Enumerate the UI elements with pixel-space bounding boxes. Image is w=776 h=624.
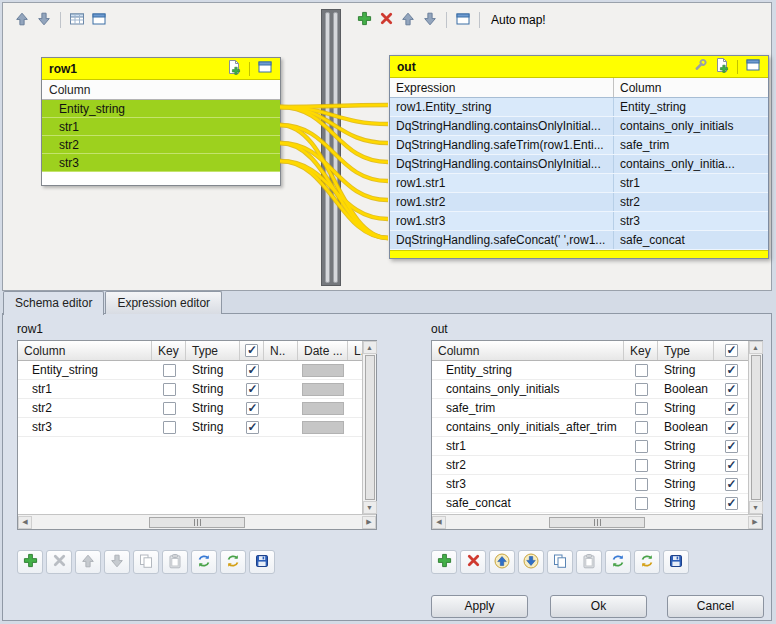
expression-window-button[interactable] (452, 9, 474, 31)
column-name-cell[interactable]: contains_only_initials_after_trim (432, 418, 624, 436)
copy-button[interactable] (547, 550, 573, 574)
expression-cell[interactable]: row1.str2 (390, 193, 614, 211)
remove-row-button[interactable] (460, 550, 486, 574)
expression-cell[interactable]: DqStringHandling.safeTrim(row1.Enti... (390, 136, 614, 154)
sash-handle[interactable] (325, 12, 330, 283)
label-cell[interactable] (348, 361, 362, 379)
reload-schema-button[interactable] (220, 550, 246, 574)
type-cell[interactable]: Boolean (658, 418, 714, 436)
column-cell[interactable]: str1 (614, 174, 768, 192)
schema-row[interactable]: Entity_string String (432, 361, 748, 380)
type-cell[interactable]: String (186, 399, 240, 417)
key-checkbox[interactable] (163, 402, 176, 415)
schema-row[interactable]: str3 String (18, 418, 362, 437)
move-down-button[interactable] (518, 550, 544, 574)
schema-row[interactable]: contains_only_initials Boolean (432, 380, 748, 399)
nullable-checkbox[interactable] (725, 383, 738, 396)
move-down-button[interactable] (104, 550, 130, 574)
schema-row[interactable]: str1 String (432, 437, 748, 456)
input-row[interactable]: str3 (42, 154, 280, 172)
reload-schema-button[interactable] (634, 550, 660, 574)
scroll-up-icon[interactable] (363, 341, 377, 354)
export-schema-button[interactable] (663, 550, 689, 574)
schema-row[interactable]: str2 String (432, 456, 748, 475)
schema-row[interactable]: str1 String (18, 380, 362, 399)
key-checkbox[interactable] (635, 421, 648, 434)
scroll-right-icon[interactable] (748, 516, 762, 529)
type-cell[interactable]: String (186, 380, 240, 398)
nullable-checkbox[interactable] (246, 421, 259, 434)
column-name-cell[interactable]: Entity_string (432, 361, 624, 379)
output-row[interactable]: row1.Entity_stringEntity_string (390, 98, 768, 117)
scrollbar-thumb[interactable] (549, 517, 645, 528)
ok-button[interactable]: Ok (550, 595, 647, 618)
schema-row[interactable]: safe_trim String (432, 399, 748, 418)
splitter-sash[interactable] (321, 9, 341, 286)
input-table-titlebar[interactable]: row1 (42, 58, 280, 80)
column-name-cell[interactable]: safe_concat (432, 494, 624, 512)
column-cell[interactable]: contains_only_initia... (614, 155, 768, 173)
column-cell[interactable]: safe_trim (614, 136, 768, 154)
column-name-cell[interactable]: str3 (432, 475, 624, 493)
type-cell[interactable]: String (186, 361, 240, 379)
output-row[interactable]: row1.str1str1 (390, 174, 768, 193)
nullable-checkbox[interactable] (246, 364, 259, 377)
nullable-checkbox[interactable] (246, 402, 259, 415)
tab-expression-editor[interactable]: Expression editor (105, 291, 222, 314)
scroll-right-icon[interactable] (362, 516, 376, 529)
export-schema-button[interactable] (249, 550, 275, 574)
key-checkbox[interactable] (635, 364, 648, 377)
paste-button[interactable] (576, 550, 602, 574)
grid-view-button[interactable] (66, 9, 88, 31)
sash-handle[interactable] (333, 12, 338, 283)
output-row[interactable]: row1.str2str2 (390, 193, 768, 212)
output-row[interactable]: DqStringHandling.containsOnlyInitial...c… (390, 117, 768, 136)
output-table-titlebar[interactable]: out (390, 56, 768, 78)
horizontal-scrollbar[interactable] (432, 514, 762, 529)
key-checkbox[interactable] (635, 459, 648, 472)
move-down-button[interactable] (419, 9, 441, 31)
paste-button[interactable] (162, 550, 188, 574)
move-up-button[interactable] (11, 9, 33, 31)
apply-button[interactable]: Apply (431, 595, 528, 618)
scrollbar-thumb[interactable] (149, 517, 245, 528)
nullable-select-all-checkbox[interactable] (245, 344, 258, 357)
scroll-left-icon[interactable] (18, 516, 32, 529)
expression-window-button[interactable] (88, 9, 110, 31)
type-cell[interactable]: Boolean (658, 380, 714, 398)
move-up-button[interactable] (489, 550, 515, 574)
output-row[interactable]: DqStringHandling.containsOnlyInitial...c… (390, 155, 768, 174)
expression-cell[interactable]: row1.str3 (390, 212, 614, 230)
label-cell[interactable] (348, 380, 362, 398)
output-row[interactable]: row1.str3str3 (390, 212, 768, 231)
type-cell[interactable]: String (658, 456, 714, 474)
column-name-cell[interactable]: str2 (432, 456, 624, 474)
label-cell[interactable] (348, 418, 362, 436)
key-checkbox[interactable] (163, 421, 176, 434)
add-column-button[interactable] (711, 56, 733, 78)
column-cell[interactable]: Entity_string (614, 98, 768, 116)
schema-row[interactable]: str3 String (432, 475, 748, 494)
key-checkbox[interactable] (635, 383, 648, 396)
nullable-checkbox[interactable] (725, 364, 738, 377)
column-name-cell[interactable]: contains_only_initials (432, 380, 624, 398)
add-output-button[interactable] (353, 9, 375, 31)
column-name-cell[interactable]: Entity_string (18, 361, 152, 379)
column-cell[interactable]: contains_only_initials (614, 117, 768, 135)
input-row[interactable]: str2 (42, 136, 280, 154)
table-window-button[interactable] (254, 58, 276, 80)
add-row-button[interactable] (431, 550, 457, 574)
type-cell[interactable]: String (186, 418, 240, 436)
column-cell[interactable]: str3 (614, 212, 768, 230)
type-cell[interactable]: String (658, 361, 714, 379)
output-row[interactable]: DqStringHandling.safeTrim(row1.Enti...sa… (390, 136, 768, 155)
input-row[interactable]: str1 (42, 118, 280, 136)
vertical-scrollbar[interactable] (362, 341, 376, 514)
nullable-checkbox[interactable] (725, 421, 738, 434)
reset-columns-button[interactable] (605, 550, 631, 574)
scroll-up-icon[interactable] (749, 341, 763, 354)
key-checkbox[interactable] (635, 402, 648, 415)
expression-cell[interactable]: row1.Entity_string (390, 98, 614, 116)
remove-output-button[interactable] (375, 9, 397, 31)
length-cell[interactable] (264, 380, 298, 398)
